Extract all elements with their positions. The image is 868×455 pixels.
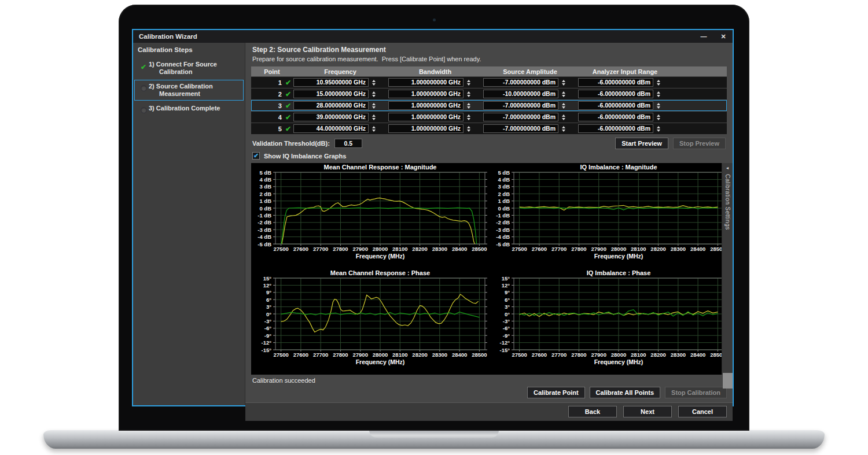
svg-text:27600: 27600 bbox=[293, 352, 308, 358]
svg-text:-15°: -15° bbox=[499, 347, 510, 353]
spinner-control[interactable] bbox=[370, 80, 377, 86]
chart-mean-channel-response-magnitude: 5 dB4 dB3 dB2 dB1 dB0 dB-1 dB-2 dB-3 dB-… bbox=[251, 163, 490, 269]
row-complete-check-icon: ✔ bbox=[285, 102, 291, 109]
svg-text:-1 dB: -1 dB bbox=[258, 212, 271, 219]
spinner-down-icon bbox=[467, 130, 470, 132]
frequency-input[interactable]: 44.00000000 GHz bbox=[293, 124, 369, 133]
calibrate-all-points-button[interactable]: Calibrate All Points bbox=[590, 387, 660, 398]
source-amplitude-input[interactable]: -7.000000000 dBm bbox=[483, 124, 558, 133]
source-amplitude-input[interactable]: -10.00000000 dBm bbox=[483, 90, 558, 98]
frequency-input[interactable]: 15.00000000 GHz bbox=[293, 90, 369, 98]
svg-text:27800: 27800 bbox=[333, 352, 348, 358]
svg-text:-4 dB: -4 dB bbox=[496, 234, 510, 240]
calibration-settings-tab[interactable]: ◄ Calibration Settings bbox=[722, 163, 733, 375]
spinner-control[interactable] bbox=[655, 114, 662, 120]
table-row[interactable]: 3✔28.00000000 GHz1.000000000 GHz-7.00000… bbox=[251, 100, 727, 111]
table-row[interactable]: 5✔44.00000000 GHz1.000000000 GHz-7.00000… bbox=[251, 123, 727, 134]
point-number: 1 bbox=[278, 79, 282, 86]
spinner-control[interactable] bbox=[560, 103, 567, 109]
spinner-control[interactable] bbox=[370, 91, 377, 97]
spinner-up-icon bbox=[467, 80, 470, 82]
source-amplitude-input[interactable]: -7.000000000 dBm bbox=[483, 78, 558, 87]
spinner-control[interactable] bbox=[465, 80, 472, 86]
frequency-input[interactable]: 10.95000000 GHz bbox=[293, 78, 369, 87]
spinner-control[interactable] bbox=[655, 80, 662, 86]
source-amplitude-input[interactable]: -7.000000000 dBm bbox=[483, 101, 558, 110]
calibrate-point-button[interactable]: Calibrate Point bbox=[527, 387, 585, 398]
bandwidth-input[interactable]: 1.000000000 GHz bbox=[388, 78, 464, 87]
frequency-input[interactable]: 28.00000000 GHz bbox=[293, 101, 369, 110]
spinner-control[interactable] bbox=[465, 91, 472, 97]
spinner-down-icon bbox=[372, 118, 376, 120]
table-row[interactable]: 1✔10.95000000 GHz1.000000000 GHz-7.00000… bbox=[251, 77, 727, 88]
step-label: 1) Connect For Source Calibration bbox=[149, 61, 240, 76]
source-amplitude-input[interactable]: -7.000000000 dBm bbox=[483, 113, 558, 121]
chart-mean-channel-response-phase: 15°12°9°6°3°0°-3°-6°-9°-12°-15°275002760… bbox=[251, 269, 490, 375]
svg-text:28300: 28300 bbox=[671, 352, 686, 358]
spinner-control[interactable] bbox=[655, 91, 662, 97]
analyzer-input-range-input[interactable]: -6.000000000 dBm bbox=[578, 90, 653, 98]
start-preview-button[interactable]: Start Preview bbox=[615, 138, 668, 149]
bandwidth-input[interactable]: 1.000000000 GHz bbox=[388, 101, 464, 110]
svg-text:-9°: -9° bbox=[264, 332, 271, 339]
svg-text:28000: 28000 bbox=[611, 246, 626, 252]
analyzer-input-range-input[interactable]: -6.000000000 dBm bbox=[578, 113, 653, 121]
svg-text:28000: 28000 bbox=[373, 246, 388, 252]
chart-iq-imbalance-magnitude: 5 dB4 dB3 dB2 dB1 dB0 dB-1 dB-2 dB-3 dB-… bbox=[490, 163, 722, 269]
close-icon[interactable]: ✕ bbox=[719, 32, 728, 41]
table-row[interactable]: 4✔39.00000000 GHz1.000000000 GHz-7.00000… bbox=[251, 112, 727, 123]
spinner-control[interactable] bbox=[370, 114, 377, 120]
cancel-button[interactable]: Cancel bbox=[678, 406, 727, 417]
table-row[interactable]: 2✔15.00000000 GHz1.000000000 GHz-10.0000… bbox=[251, 88, 727, 99]
analyzer-input-range-input[interactable]: -6.000000000 dBm bbox=[578, 101, 653, 110]
spinner-control[interactable] bbox=[370, 126, 377, 132]
show-iq-checkbox[interactable]: ✔ bbox=[252, 152, 260, 160]
bandwidth-input[interactable]: 1.000000000 GHz bbox=[388, 113, 464, 121]
svg-text:9°: 9° bbox=[266, 289, 271, 295]
svg-text:Frequency (MHz): Frequency (MHz) bbox=[594, 253, 643, 260]
svg-text:28000: 28000 bbox=[611, 352, 626, 358]
svg-text:IQ Imbalance : Magnitude: IQ Imbalance : Magnitude bbox=[580, 164, 657, 171]
spinner-control[interactable] bbox=[560, 114, 567, 120]
bandwidth-input[interactable]: 1.000000000 GHz bbox=[388, 124, 464, 133]
spinner-control[interactable] bbox=[560, 126, 567, 132]
row-complete-check-icon: ✔ bbox=[285, 79, 291, 86]
back-button[interactable]: Back bbox=[568, 406, 617, 417]
svg-text:27900: 27900 bbox=[353, 246, 368, 252]
svg-text:-15°: -15° bbox=[261, 347, 271, 353]
frequency-input[interactable]: 39.00000000 GHz bbox=[293, 113, 369, 121]
spinner-control[interactable] bbox=[560, 80, 567, 86]
bandwidth-input[interactable]: 1.000000000 GHz bbox=[388, 90, 464, 98]
stop-preview-button[interactable]: Stop Preview bbox=[673, 138, 726, 149]
show-iq-label: Show IQ Imbalance Graphs bbox=[264, 153, 346, 160]
sidebar-step-1[interactable]: ✔ 1) Connect For Source Calibration bbox=[134, 58, 244, 79]
svg-text:28300: 28300 bbox=[671, 246, 686, 252]
spinner-control[interactable] bbox=[560, 91, 567, 97]
collapse-left-icon[interactable]: ◄ bbox=[726, 166, 730, 171]
spinner-down-icon bbox=[657, 106, 660, 109]
svg-text:28200: 28200 bbox=[650, 352, 665, 358]
laptop-base bbox=[43, 430, 825, 449]
sidebar-step-2[interactable]: 2) Source Calibration Measurement bbox=[134, 80, 244, 101]
next-button[interactable]: Next bbox=[623, 406, 672, 417]
spinner-down-icon bbox=[467, 95, 470, 97]
validation-threshold-input[interactable] bbox=[334, 139, 362, 148]
svg-text:-3 dB: -3 dB bbox=[258, 227, 271, 233]
svg-text:-2 dB: -2 dB bbox=[258, 219, 271, 225]
window-titlebar[interactable]: Calibration Wizard — ✕ bbox=[133, 30, 733, 43]
spinner-control[interactable] bbox=[370, 103, 377, 109]
sidebar-step-3[interactable]: 3) Calibration Complete bbox=[134, 102, 244, 119]
spinner-control[interactable] bbox=[655, 103, 662, 109]
svg-text:3°: 3° bbox=[266, 304, 271, 310]
svg-text:1 dB: 1 dB bbox=[498, 198, 510, 204]
spinner-control[interactable] bbox=[465, 114, 472, 120]
stop-calibration-button[interactable]: Stop Calibration bbox=[665, 387, 727, 398]
svg-text:27900: 27900 bbox=[353, 352, 368, 358]
analyzer-input-range-input[interactable]: -6.000000000 dBm bbox=[578, 124, 653, 133]
spinner-control[interactable] bbox=[465, 103, 472, 109]
minimize-icon[interactable]: — bbox=[699, 32, 708, 41]
spinner-control[interactable] bbox=[655, 126, 662, 132]
scrollbar-thumb[interactable] bbox=[723, 373, 733, 389]
analyzer-input-range-input[interactable]: -6.000000000 dBm bbox=[578, 78, 653, 87]
spinner-control[interactable] bbox=[465, 126, 472, 132]
